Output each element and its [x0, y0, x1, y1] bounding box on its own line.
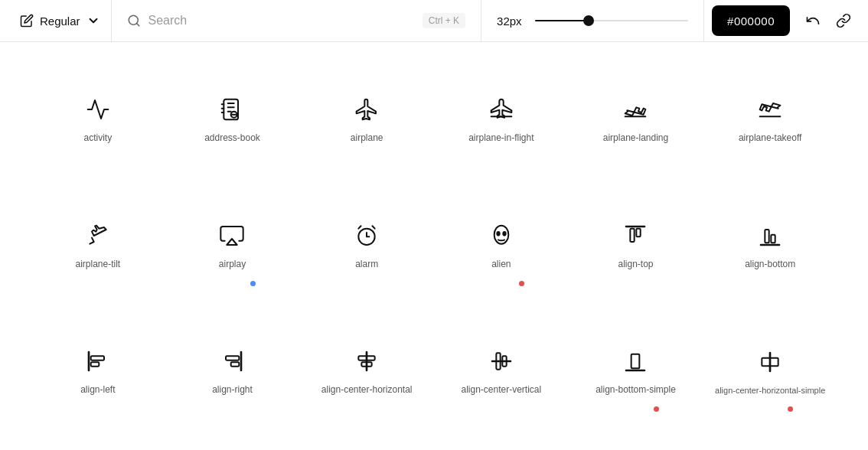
font-style-button[interactable]: Regular [9, 0, 112, 42]
chevron-down-icon [86, 14, 100, 28]
svg-rect-37 [631, 354, 640, 369]
icon-label: align-bottom-simple [596, 384, 676, 396]
icon-cell-airplay[interactable]: airplay [165, 183, 300, 308]
airplane-icon [353, 96, 380, 123]
icon-cell-activity[interactable]: activity [31, 57, 165, 183]
size-section: 32px [481, 0, 704, 42]
icon-label: airplay [219, 259, 246, 271]
font-style-label: Regular [40, 15, 80, 28]
icon-label: address-book [204, 132, 260, 145]
alien-dot [519, 281, 524, 286]
search-shortcut: Ctrl + K [423, 13, 465, 28]
align-center-horizontal-icon [353, 347, 380, 375]
icon-label: airplane-takeoff [739, 132, 802, 145]
icon-cell-airplane[interactable]: airplane [299, 57, 434, 183]
link-button[interactable] [828, 5, 859, 36]
undo-button[interactable] [798, 5, 828, 36]
svg-line-1 [136, 23, 139, 25]
toolbar: Regular Search Ctrl + K 32px #000000 [0, 0, 868, 42]
icon-cell-airplane-in-flight[interactable]: airplane-in-flight [434, 57, 569, 183]
size-value: 32px [497, 15, 526, 28]
alarm-icon [353, 222, 380, 249]
align-bottom-simple-icon [622, 347, 649, 375]
icon-label: align-left [80, 384, 115, 396]
icon-cell-airplane-tilt[interactable]: airplane-tilt [31, 183, 165, 308]
alien-icon [488, 222, 515, 249]
icon-label: align-center-vertical [461, 384, 541, 396]
svg-rect-19 [631, 228, 635, 241]
align-top-icon [622, 222, 649, 249]
icon-cell-align-center-vertical[interactable]: align-center-vertical [434, 309, 569, 435]
svg-rect-23 [771, 234, 775, 243]
svg-rect-20 [637, 228, 641, 236]
align-bottom-icon [756, 222, 784, 249]
svg-rect-26 [90, 362, 99, 366]
svg-line-13 [358, 226, 361, 228]
color-value: #000000 [727, 15, 775, 28]
airplane-in-flight-icon [488, 96, 515, 123]
icon-cell-align-center-horizontal[interactable]: align-center-horizontal [299, 309, 434, 435]
edit-icon [20, 14, 34, 28]
icon-cell-align-bottom-simple[interactable]: align-bottom-simple [569, 309, 703, 435]
align-right-icon [218, 347, 246, 375]
slider-thumb [583, 15, 594, 26]
svg-point-16 [496, 231, 500, 236]
airplay-dot [250, 281, 256, 286]
icon-cell-align-bottom[interactable]: align-bottom [703, 183, 837, 308]
icon-cell-airplane-takeoff[interactable]: airplane-takeoff [703, 57, 837, 183]
svg-point-17 [502, 231, 506, 236]
icon-label: align-top [618, 259, 653, 271]
icons-grid: activity address-book airplane [0, 42, 868, 450]
icon-cell-align-left[interactable]: align-left [31, 309, 165, 435]
icon-label: airplane-tilt [75, 259, 120, 271]
icon-cell-align-right[interactable]: align-right [165, 309, 300, 435]
align-center-horizontal-simple-dot [788, 406, 793, 412]
icon-label: airplane [351, 132, 383, 145]
airplane-takeoff-icon [756, 96, 784, 123]
icon-label: activity [83, 132, 112, 145]
align-center-horizontal-simple-icon [756, 348, 784, 376]
activity-icon [84, 96, 112, 123]
svg-rect-25 [90, 356, 103, 360]
icon-cell-airplane-landing[interactable]: airplane-landing [569, 57, 703, 183]
icon-cell-alarm[interactable]: alarm [299, 183, 434, 308]
icon-label: alarm [355, 259, 378, 271]
svg-marker-11 [227, 239, 237, 245]
svg-rect-29 [231, 362, 240, 366]
svg-line-14 [373, 226, 375, 228]
svg-rect-22 [765, 230, 768, 243]
undo-icon [805, 13, 821, 28]
address-book-icon [218, 96, 246, 123]
icon-label: align-center-horizontal-simple [715, 385, 825, 396]
color-button[interactable]: #000000 [712, 5, 790, 36]
icon-cell-align-top[interactable]: align-top [569, 183, 703, 308]
align-bottom-simple-dot [654, 406, 659, 412]
icon-cell-address-book[interactable]: address-book [165, 57, 300, 183]
search-icon [127, 14, 141, 28]
airplay-icon [218, 222, 246, 249]
icon-cell-align-center-horizontal-simple[interactable]: align-center-horizontal-simple [703, 309, 837, 435]
link-icon [836, 13, 851, 28]
slider-fill [535, 20, 589, 21]
align-left-icon [84, 347, 112, 375]
icon-label: align-bottom [745, 259, 795, 271]
slider-track [535, 20, 688, 21]
search-placeholder: Search [148, 14, 415, 28]
icon-label: airplane-in-flight [468, 132, 534, 145]
size-slider[interactable] [535, 20, 688, 21]
airplane-tilt-icon [84, 222, 112, 249]
icon-label: align-center-horizontal [321, 384, 413, 396]
icon-cell-alien[interactable]: alien [434, 183, 569, 308]
airplane-landing-icon [622, 96, 649, 123]
icon-label: alien [491, 259, 511, 271]
icon-label: align-right [212, 384, 253, 396]
svg-rect-28 [226, 356, 239, 360]
search-section[interactable]: Search Ctrl + K [112, 0, 482, 42]
icon-label: airplane-landing [603, 132, 668, 145]
align-center-vertical-icon [488, 347, 515, 375]
